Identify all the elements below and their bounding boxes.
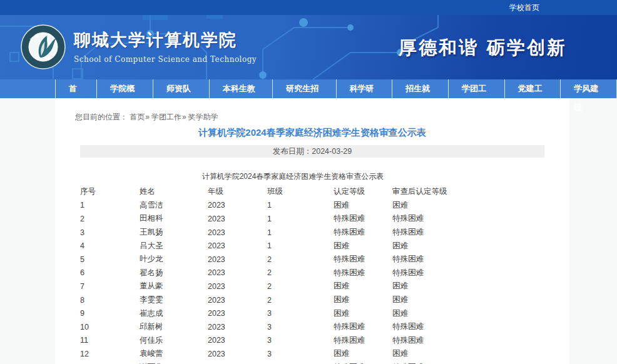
table-row: 6翟名扬20232特殊困难特殊困难: [80, 266, 486, 280]
main-nav: 首页学院概况师资队伍本科生教育研究生招生科学研究招生就业学团工作党建工作学风建设: [0, 79, 617, 98]
breadcrumb: 您目前的位置： 首页»学团工作»奖学助学: [75, 98, 569, 123]
table-row: 12袁峻蕾20233困难困难: [80, 347, 486, 361]
table-cell: 2: [267, 280, 334, 293]
table-row: 5叶少龙20232特殊困难特殊困难: [80, 253, 486, 266]
breadcrumb-link-1[interactable]: 学团工作: [151, 113, 181, 121]
nav-item-9[interactable]: 学风建设: [561, 79, 617, 98]
table-cell: 2023: [208, 306, 267, 320]
table-cell: 困难: [392, 347, 486, 361]
table-row: 13谢丽华20233特殊困难特殊困难: [80, 361, 486, 364]
table-row: 2田相科20231特殊困难特殊困难: [80, 212, 486, 226]
site-subtitle: School of Computer Science and Technolog…: [74, 55, 257, 64]
table-cell: 何佳乐: [140, 334, 208, 348]
table-cell: 13: [80, 361, 140, 364]
breadcrumb-link-2[interactable]: 奖学助学: [188, 113, 218, 121]
site-title: 聊城大学计算机学院: [74, 29, 257, 51]
table-cell: 3: [267, 361, 334, 364]
table-cell: 田相科: [140, 212, 208, 226]
table-cell: 特殊困难: [392, 266, 486, 280]
nav-item-5[interactable]: 科学研究: [337, 79, 393, 98]
breadcrumb-link-0[interactable]: 首页: [130, 113, 145, 121]
table-cell: 谢丽华: [140, 361, 208, 364]
table-row: 7董从豪20232困难困难: [80, 280, 486, 293]
site-banner: LIAOCHENG UNIVERSITY 聊城大学 聊城大学计算机学院 Scho…: [0, 15, 617, 79]
table-caption: 计算机学院2024春季家庭经济困难学生资格审查公示表: [80, 171, 506, 182]
nav-item-7[interactable]: 学团工作: [449, 79, 505, 98]
nav-item-1[interactable]: 学院概况: [97, 79, 153, 98]
nav-item-3[interactable]: 本科生教育: [210, 79, 273, 98]
table-cell: 5: [80, 253, 140, 266]
breadcrumb-separator: »: [145, 113, 150, 121]
table-row: 8李雯雯20232困难困难: [80, 293, 486, 307]
column-header: 认定等级: [334, 185, 392, 199]
table-cell: 王凯扬: [140, 226, 208, 240]
publish-date-label: 发布日期：: [273, 147, 312, 156]
table-cell: 特殊困难: [334, 334, 392, 348]
nav-item-0[interactable]: 首页: [55, 79, 97, 98]
table-cell: 袁峻蕾: [140, 347, 208, 361]
table-cell: 特殊困难: [334, 320, 392, 334]
column-header: 审查后认定等级: [392, 185, 486, 199]
table-cell: 7: [80, 280, 140, 293]
table-cell: 11: [80, 334, 140, 348]
table-cell: 崔志成: [140, 306, 208, 320]
table-cell: 2: [267, 253, 334, 266]
table-cell: 2: [80, 212, 140, 226]
publish-date-bar: 发布日期：2024-03-29: [80, 145, 544, 158]
column-header: 序号: [80, 185, 140, 199]
breadcrumb-path: 首页»学团工作»奖学助学: [130, 113, 218, 121]
table-cell: 3: [267, 347, 334, 361]
school-home-link[interactable]: 学校首页: [509, 3, 539, 13]
table-cell: 6: [80, 266, 140, 280]
nav-item-2[interactable]: 师资队伍: [153, 79, 210, 98]
table-row: 11何佳乐20233特殊困难特殊困难: [80, 334, 486, 348]
table-cell: 特殊困难: [392, 212, 486, 226]
table-cell: 困难: [392, 280, 486, 293]
table-cell: 10: [80, 320, 140, 334]
table-row: 9崔志成20233困难困难: [80, 306, 486, 320]
table-cell: 1: [80, 199, 140, 213]
table-cell: 1: [267, 212, 334, 226]
table-cell: 特殊困难: [334, 253, 392, 266]
table-cell: 2023: [208, 320, 267, 334]
table-cell: 困难: [334, 306, 392, 320]
nav-item-8[interactable]: 党建工作: [505, 79, 561, 98]
table-cell: 4: [80, 239, 140, 253]
table-cell: 特殊困难: [334, 361, 392, 364]
table-cell: 特殊困难: [392, 253, 486, 266]
table-cell: 特殊困难: [392, 320, 486, 334]
table-cell: 困难: [334, 347, 392, 361]
table-cell: 2: [267, 293, 334, 307]
table-cell: 3: [267, 306, 334, 320]
column-header: 班级: [267, 185, 334, 199]
table-cell: 1: [267, 239, 334, 253]
table-cell: 2023: [208, 239, 267, 253]
table-cell: 困难: [334, 199, 392, 213]
table-cell: 困难: [392, 306, 486, 320]
table-cell: 董从豪: [140, 280, 208, 293]
nav-item-4[interactable]: 研究生招生: [273, 79, 336, 98]
publish-date-value: 2024-03-29: [312, 147, 352, 156]
table-row: 10邱新树20233特殊困难特殊困难: [80, 320, 486, 334]
column-header: 姓名: [140, 185, 208, 199]
table-cell: 特殊困难: [392, 361, 486, 364]
table-cell: 困难: [392, 239, 486, 253]
table-cell: 2023: [208, 293, 267, 307]
table-cell: 困难: [392, 199, 486, 213]
table-cell: 2023: [208, 347, 267, 361]
table-cell: 特殊困难: [392, 334, 486, 348]
table-cell: 困难: [334, 293, 392, 307]
table-cell: 特殊困难: [334, 266, 392, 280]
table-cell: 12: [80, 347, 140, 361]
table-cell: 高雪洁: [140, 199, 208, 213]
nav-item-6[interactable]: 招生就业: [392, 79, 449, 98]
column-header: 年级: [208, 185, 267, 199]
table-cell: 2023: [208, 253, 267, 266]
table-cell: 叶少龙: [140, 253, 208, 266]
table-cell: 吕大圣: [140, 239, 208, 253]
students-table: 序号姓名年级班级认定等级审查后认定等级 1高雪洁20231困难困难2田相科202…: [80, 185, 486, 364]
site-title-block: 聊城大学计算机学院 School of Computer Science and…: [74, 29, 257, 64]
table-row: 3王凯扬20231特殊困难特殊困难: [80, 226, 486, 240]
table-cell: 李雯雯: [140, 293, 208, 307]
top-bar: 学校首页: [0, 0, 617, 15]
